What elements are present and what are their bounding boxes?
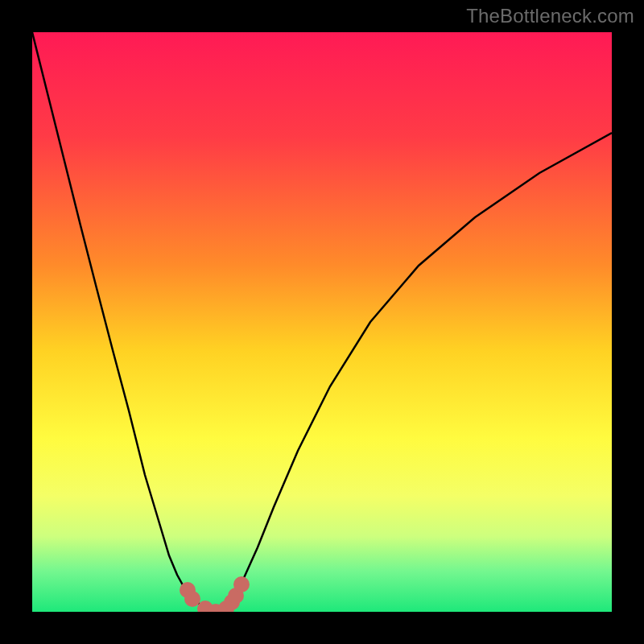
marker-point (184, 591, 200, 607)
chart-container: TheBottleneck.com (0, 0, 644, 644)
marker-point (233, 576, 250, 592)
watermark-text: TheBottleneck.com (466, 5, 634, 27)
plot-area (32, 32, 612, 612)
left-curve (32, 32, 217, 612)
right-curve (217, 133, 612, 612)
curve-layer (32, 32, 612, 612)
marker-group (180, 576, 250, 612)
